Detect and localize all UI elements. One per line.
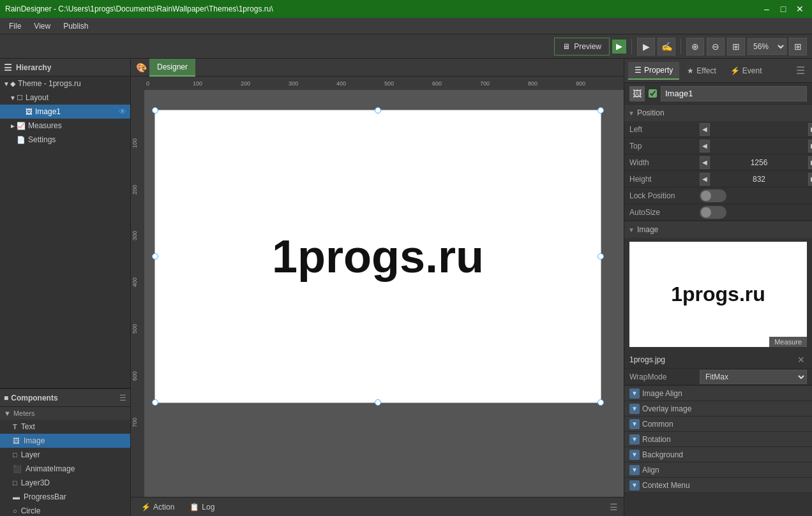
comp-layer3d[interactable]: □ Layer3D <box>0 476 130 490</box>
comp-animateimage[interactable]: ⬛ AnimateImage <box>0 462 130 476</box>
tree-measures[interactable]: ► 📈 Measures <box>0 119 130 133</box>
prop-top-increment[interactable]: ▶ <box>808 140 812 152</box>
tab-event[interactable]: ⚡ Event <box>724 62 769 80</box>
menu-view[interactable]: View <box>27 20 57 32</box>
collapse-background[interactable]: ▼ Background <box>624 447 812 462</box>
pointer-tool[interactable]: ▶ <box>637 38 655 55</box>
right-panel-menu-button[interactable]: ☰ <box>793 63 808 78</box>
prop-height-input[interactable] <box>711 175 807 184</box>
close-button[interactable]: ✕ <box>793 2 807 16</box>
restore-button[interactable]: □ <box>776 2 790 16</box>
prop-width-decrement[interactable]: ◀ <box>700 156 710 169</box>
zoom-out-button[interactable]: ⊖ <box>707 38 725 55</box>
prop-top-input[interactable] <box>711 142 807 151</box>
ruler-h-200: 200 <box>241 80 250 87</box>
tree-settings[interactable]: 📄 Settings <box>0 133 130 147</box>
tab-effect[interactable]: ★ Effect <box>680 62 722 80</box>
measure-button[interactable]: Measure <box>769 337 807 347</box>
handle-br[interactable] <box>598 399 604 406</box>
menu-file[interactable]: File <box>3 20 27 32</box>
handle-tr[interactable] <box>598 107 604 114</box>
prop-width-increment[interactable]: ▶ <box>808 156 812 169</box>
hand-tool[interactable]: ✍ <box>658 38 675 55</box>
handle-tm[interactable] <box>375 107 381 114</box>
handle-ml[interactable] <box>152 253 158 260</box>
bottom-menu-icon[interactable]: ☰ <box>607 501 620 513</box>
prop-wrapmode-row: WrapMode FitMax Fit Crop Tile Center <box>624 369 812 385</box>
ruler-v-600: 600 <box>132 371 138 381</box>
collapse-overlay-image[interactable]: ▼ Overlay image <box>624 401 812 416</box>
designer-tab-label: Designer <box>157 63 188 71</box>
expand-arrow-measures: ► <box>9 122 17 129</box>
collapse-image-align[interactable]: ▼ Image Align <box>624 386 812 401</box>
designer-canvas-area[interactable]: 0 100 200 300 400 500 600 700 800 900 10… <box>131 77 624 497</box>
fit-button[interactable]: ⊞ <box>727 38 745 55</box>
collapse-align[interactable]: ▼ Align <box>624 462 812 478</box>
preview-button[interactable]: 🖥 Preview <box>554 38 610 55</box>
comp-layer-icon: □ <box>13 451 17 459</box>
ruler-corner <box>131 77 145 91</box>
comp-layer[interactable]: □ Layer <box>0 448 130 462</box>
tree-theme[interactable]: ▼ ◆ Theme - 1progs.ru <box>0 77 130 91</box>
prop-left-row: Left ◀ ▶ <box>624 121 812 138</box>
tree-image1[interactable]: 🖼 Image1 👁 <box>0 105 130 119</box>
collapse-context-menu[interactable]: ▼ Context Menu <box>624 478 812 493</box>
center-panel: 🎨 Designer 0 100 200 300 400 500 600 700… <box>131 59 624 516</box>
components-meters-group: ▼ Meters <box>0 407 130 420</box>
prop-lockposition-toggle[interactable] <box>700 189 726 202</box>
comp-text[interactable]: T Text <box>0 420 130 434</box>
image-section-header[interactable]: ▼ Image <box>624 221 812 238</box>
prop-wrapmode-select[interactable]: FitMax Fit Crop Tile Center <box>700 370 807 384</box>
image-section: ▼ Image 1progs.ru Measure 1progs.jpg ✕ W… <box>624 221 812 386</box>
element-visibility-checkbox[interactable] <box>649 89 657 98</box>
play-button[interactable]: ▶ <box>612 40 626 54</box>
effect-tab-icon: ★ <box>687 66 694 75</box>
menu-publish[interactable]: Publish <box>57 20 94 32</box>
comp-image[interactable]: 🖼 Image <box>0 434 130 448</box>
prop-file-close-button[interactable]: ✕ <box>795 354 807 365</box>
visibility-icon[interactable]: 👁 <box>119 107 126 116</box>
ruler-h-100: 100 <box>193 80 202 87</box>
position-section-title: Position <box>637 108 665 117</box>
tree-layout[interactable]: ▼ ☐ Layout <box>0 91 130 105</box>
collapse-icon-overlay: ▼ <box>629 404 640 414</box>
collapse-icon-background: ▼ <box>629 450 640 460</box>
log-tab[interactable]: 📋 Log <box>183 499 221 515</box>
element-type-icon: 🖼 <box>629 86 645 101</box>
action-tab[interactable]: ⚡ Action <box>135 499 181 515</box>
prop-autosize-toggle[interactable] <box>700 206 726 219</box>
position-section-header[interactable]: ▼ Position <box>624 105 812 121</box>
prop-left-decrement[interactable]: ◀ <box>700 123 710 136</box>
designer-tab[interactable]: Designer <box>149 59 195 77</box>
grid-button[interactable]: ⊞ <box>789 38 807 55</box>
settings-icon: 📄 <box>17 136 26 144</box>
layout-icon: ☐ <box>17 94 23 102</box>
comp-progressbar[interactable]: ▬ ProgressBar <box>0 490 130 504</box>
handle-bm[interactable] <box>375 399 381 406</box>
handle-mr[interactable] <box>598 253 604 260</box>
image1-icon: 🖼 <box>26 108 33 115</box>
toggle-knob <box>701 191 711 201</box>
prop-height-decrement[interactable]: ◀ <box>700 173 710 186</box>
element-name-field[interactable] <box>661 86 807 101</box>
prop-width-input[interactable] <box>711 158 807 167</box>
comp-circle[interactable]: ○ Circle <box>0 504 130 516</box>
prop-left-increment[interactable]: ▶ <box>808 123 812 136</box>
collapse-rotation[interactable]: ▼ Rotation <box>624 432 812 447</box>
components-menu-icon[interactable]: ☰ <box>119 394 126 402</box>
canvas-viewport[interactable]: 1progs.ru <box>145 91 624 497</box>
zoom-select[interactable]: 56% 25% 50% 75% 100% <box>748 38 786 55</box>
handle-bl[interactable] <box>152 399 158 406</box>
prop-top-decrement[interactable]: ◀ <box>700 140 710 152</box>
hierarchy-panel: ☰ Hierarchy ▼ ◆ Theme - 1progs.ru ▼ ☐ La… <box>0 59 130 388</box>
prop-left-value: ◀ ▶ <box>700 123 812 136</box>
collapse-common[interactable]: ▼ Common <box>624 416 812 432</box>
minimize-button[interactable]: – <box>760 2 774 16</box>
zoom-in-button[interactable]: ⊕ <box>686 38 704 55</box>
prop-width-label: Width <box>629 158 700 167</box>
tab-property[interactable]: ☰ Property <box>628 62 679 80</box>
handle-tl[interactable] <box>152 107 158 114</box>
canvas-frame[interactable]: 1progs.ru <box>154 110 601 403</box>
prop-left-input[interactable] <box>711 125 807 134</box>
prop-height-increment[interactable]: ▶ <box>808 173 812 186</box>
